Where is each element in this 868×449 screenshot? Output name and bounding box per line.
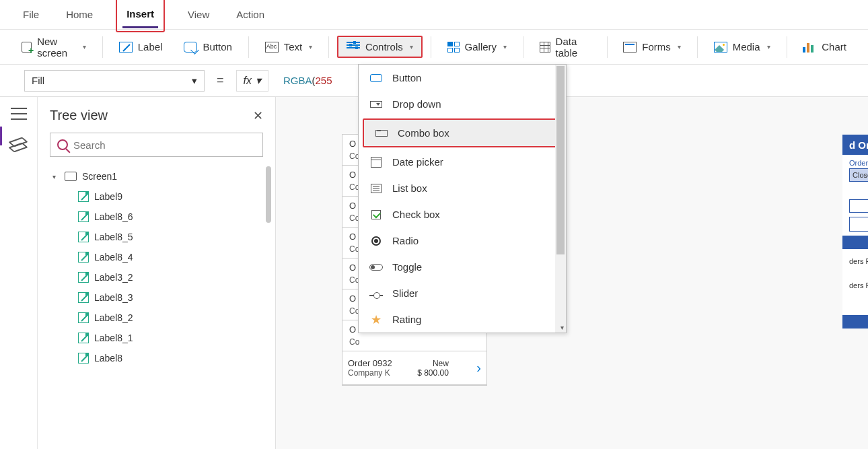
order-status-select[interactable]: Closed [849,168,868,182]
tree-item[interactable]: Label8_1 [50,328,263,348]
menu-bar: File Home Insert View Action [0,0,868,30]
dd-item-listbox[interactable]: List box [359,175,566,201]
dd-item-datepicker[interactable]: Date picker [359,149,566,175]
tree-item-label: Label8_3 [94,292,133,303]
row-status: New [417,359,449,368]
text-dropdown[interactable]: Abc Text ▾ [257,37,321,57]
property-selector[interactable]: Fill ▾ [24,70,205,92]
chevron-down-icon: ▾ [192,75,197,87]
tree-item-label: Label3_2 [94,272,133,283]
tree-item[interactable]: Label8_4 [50,247,263,267]
scrollbar-track[interactable]: ▾ [555,65,566,333]
checkbox-icon [371,210,381,219]
insert-button-text: Button [203,41,231,53]
insert-label-button[interactable]: Label [111,37,171,57]
slider-icon [369,295,383,296]
chevron-down-icon: ▾ [767,43,770,50]
dd-item-button[interactable]: Button [359,65,566,91]
scrollbar-thumb[interactable] [266,166,271,223]
datatable-button[interactable]: Data table [532,32,599,63]
close-icon[interactable]: ✕ [253,108,263,123]
tree-item[interactable]: Label8_5 [50,227,263,247]
tree-item[interactable]: Label3_2 [50,267,263,287]
dd-item-radio[interactable]: Radio [359,228,566,254]
panel-header: d Orders 🗑 ＋ ✕ ✓ [842,135,868,155]
separator [787,36,787,58]
menu-file[interactable]: File [19,2,43,27]
tree-item-screen1[interactable]: ▾ Screen1 [50,166,263,186]
formula-bar[interactable]: RGBA(255 [277,75,332,87]
datatable-label: Data table [556,36,591,59]
menu-insert[interactable]: Insert [122,1,158,28]
blank-select[interactable] [849,199,868,213]
tree-view-icon[interactable] [11,139,27,152]
dd-item-toggle[interactable]: Toggle [359,254,566,280]
dd-item-combobox[interactable]: Combo box [363,118,562,147]
property-name: Fill [32,75,44,86]
controls-dropdown-menu: ▾ Button Drop down Combo box Date picker… [358,64,567,333]
dd-label: Check box [392,209,440,220]
search-box[interactable] [50,133,263,157]
forms-label: Forms [642,41,671,53]
chevron-down-icon: ▾ [83,43,86,50]
tree-item-label: Label8_2 [94,312,133,323]
gallery-dropdown[interactable]: Gallery ▾ [439,37,515,57]
row-title: O [349,139,356,149]
dd-item-dropdown[interactable]: Drop down [359,91,566,117]
tree-item-label: Screen1 [82,171,117,182]
table-icon [540,42,550,53]
order-detail-panel: d Orders 🗑 ＋ ✕ ✓ Order Status Closed Ord… [842,135,868,329]
tree-item[interactable]: Label8_3 [50,287,263,308]
dd-item-checkbox[interactable]: Check box [359,201,566,228]
chevron-down-icon: ▾ [503,43,507,50]
tree-item[interactable]: Label8 [50,348,263,368]
label-icon [78,312,89,323]
search-icon [57,139,68,150]
dd-item-slider[interactable]: Slider [359,280,566,306]
dd-label: List box [392,182,427,194]
chevron-right-icon[interactable]: › [474,360,481,376]
radio-icon [371,236,381,246]
tree-item[interactable]: Label9 [50,186,263,207]
search-input[interactable] [73,139,256,151]
media-dropdown[interactable]: Media ▾ [706,37,779,57]
new-screen-button[interactable]: New screen ▾ [13,32,94,63]
notes-input[interactable] [849,217,868,232]
fx-button[interactable]: fx ▾ [236,70,268,92]
forms-icon [623,42,637,53]
dd-item-rating[interactable]: ★Rating [359,306,566,333]
forms-dropdown[interactable]: Forms ▾ [615,37,689,57]
tree-item[interactable]: Label8_6 [50,207,263,227]
chart-icon [803,42,816,53]
insert-label-text: Label [138,41,163,53]
controls-dropdown[interactable]: Controls ▾ [337,36,423,58]
item-name: ders Raspberry Spread [849,257,868,265]
row-sub: Co [349,337,359,347]
tree-item[interactable]: Label8_2 [50,308,263,328]
combobox-icon [375,130,388,137]
dd-label: Radio [392,235,419,246]
button-icon [370,74,382,82]
totals-row: Order Totals: 130 $ 3,810.00 [842,315,868,329]
menu-action[interactable]: Action [232,2,268,27]
panel-title: d Orders [849,139,868,151]
insert-button-button[interactable]: Button [176,37,240,57]
lineitem-row[interactable]: ders Raspberry Spread 90 $ 25.00 2,250.0… [842,249,868,273]
menu-home[interactable]: Home [62,2,97,27]
scroll-down-icon[interactable]: ▾ [560,324,564,331]
lineitem-row[interactable]: ders Fruit Salad 40 $ 39.00 1,560.00 [842,273,868,298]
row-title: O [349,170,356,180]
tree-view-panel: Tree view ✕ ▾ Screen1 Label9 Label8_6 La… [38,97,276,449]
text-label: Text [284,41,303,53]
label-icon [78,333,89,343]
menu-view[interactable]: View [184,2,213,27]
hamburger-icon[interactable] [11,108,27,120]
separator [328,36,329,58]
new-screen-label: New screen [37,36,76,59]
charts-dropdown[interactable]: Chart [795,37,855,57]
label-icon [78,353,89,364]
gallery-row[interactable]: Order 0932 Company K New $ 800.00 › [342,351,486,385]
chevron-down-icon: ▾ [410,43,413,50]
tree-item-label: Label8_5 [94,232,133,242]
scrollbar-thumb[interactable] [556,66,565,254]
